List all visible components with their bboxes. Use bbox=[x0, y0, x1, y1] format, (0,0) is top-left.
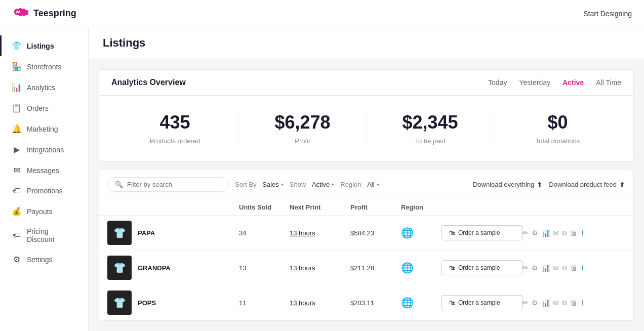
edit-icon-papa[interactable]: ✏ bbox=[522, 229, 529, 237]
tshirt-icon-papa: 👕 bbox=[113, 227, 126, 239]
listings-table-area: 🔍 Sort By Sales ▾ Show Active ▾ Region A… bbox=[99, 170, 634, 321]
region-globe-icon-papa[interactable]: 🌐 bbox=[401, 227, 441, 239]
product-name-grandpa: GRANDPA bbox=[138, 264, 171, 272]
row-actions-grandpa: ✏ ⚙ 📊 ✉ ⧉ 🗑 bbox=[522, 264, 583, 272]
show-label: Show bbox=[290, 181, 306, 188]
download-everything-label: Download everything bbox=[473, 181, 534, 188]
sidebar-item-label: Storefronts bbox=[27, 63, 61, 71]
order-sample-button-grandpa[interactable]: 🛍 Order a sample bbox=[441, 260, 522, 275]
col-header-actions bbox=[441, 203, 522, 211]
product-name-pops: POPS bbox=[138, 299, 156, 307]
col-header-extra bbox=[522, 203, 583, 211]
sidebar-item-analytics[interactable]: 📊 Analytics bbox=[0, 77, 88, 98]
settings-icon-grandpa[interactable]: ⚙ bbox=[532, 264, 538, 272]
copy-icon-papa[interactable]: ⧉ bbox=[562, 229, 567, 237]
storefronts-icon: 🏪 bbox=[12, 62, 22, 71]
stat-products-ordered: 435 Products ordered bbox=[111, 112, 239, 145]
order-sample-button-pops[interactable]: 🛍 Order a sample bbox=[441, 295, 522, 310]
status-dot-grandpa bbox=[582, 265, 583, 271]
stat-to-be-paid-label: To be paid bbox=[367, 137, 494, 145]
col-header-region: Region bbox=[401, 203, 441, 211]
tshirt-icon-pops: 👕 bbox=[113, 297, 126, 309]
sort-by-selector[interactable]: Sort By Sales ▾ bbox=[235, 181, 284, 188]
copy-icon-grandpa[interactable]: ⧉ bbox=[562, 264, 567, 272]
search-icon: 🔍 bbox=[115, 181, 123, 188]
next-print-papa[interactable]: 13 hours bbox=[290, 229, 350, 237]
sidebar-item-promotions[interactable]: 🏷 Promotions bbox=[0, 181, 88, 201]
email-icon-grandpa[interactable]: ✉ bbox=[553, 264, 559, 272]
show-chevron-icon: ▾ bbox=[332, 182, 334, 187]
delete-icon-pops[interactable]: 🗑 bbox=[570, 299, 577, 307]
region-globe-icon-grandpa[interactable]: 🌐 bbox=[401, 262, 441, 274]
sidebar-item-payouts[interactable]: 💰 Payouts bbox=[0, 201, 88, 222]
tab-all-time[interactable]: All Time bbox=[596, 78, 621, 87]
chart-icon-grandpa[interactable]: 📊 bbox=[541, 264, 550, 272]
sidebar-item-label: Pricing Discount bbox=[27, 227, 78, 243]
sidebar-item-messages[interactable]: ✉ Messages bbox=[0, 160, 88, 181]
order-icon-pops: 🛍 bbox=[449, 299, 455, 306]
next-print-grandpa[interactable]: 13 hours bbox=[290, 264, 350, 272]
settings-icon-pops[interactable]: ⚙ bbox=[532, 299, 538, 307]
chart-icon-pops[interactable]: 📊 bbox=[541, 299, 550, 307]
next-print-pops[interactable]: 13 hours bbox=[290, 299, 350, 307]
status-dot-papa bbox=[582, 230, 583, 236]
edit-icon-grandpa[interactable]: ✏ bbox=[522, 264, 529, 272]
units-sold-grandpa: 13 bbox=[239, 264, 290, 272]
tab-yesterday[interactable]: Yesterday bbox=[519, 78, 550, 87]
edit-icon-pops[interactable]: ✏ bbox=[522, 299, 529, 307]
analytics-stats: 435 Products ordered $6,278 Profit $2,34… bbox=[99, 96, 633, 161]
analytics-header: Analytics Overview Today Yesterday Activ… bbox=[99, 70, 633, 96]
sidebar-item-orders[interactable]: 📋 Orders bbox=[0, 98, 88, 118]
product-thumbnail-papa: 👕 bbox=[107, 221, 132, 245]
delete-icon-grandpa[interactable]: 🗑 bbox=[570, 264, 577, 272]
sidebar-item-integrations[interactable]: ▶ Integrations bbox=[0, 139, 88, 160]
row-actions-pops: ✏ ⚙ 📊 ✉ ⧉ 🗑 bbox=[522, 299, 583, 307]
main-content: Listings Analytics Overview Today Yester… bbox=[89, 27, 644, 331]
top-navigation: Teespring Start Designing bbox=[0, 0, 644, 27]
product-thumbnail-grandpa: 👕 bbox=[107, 256, 132, 280]
product-cell-papa: 👕 PAPA bbox=[107, 221, 239, 245]
tab-today[interactable]: Today bbox=[488, 78, 507, 87]
sort-by-label: Sort By bbox=[235, 181, 257, 188]
download-everything-button[interactable]: Download everything ⬆ bbox=[473, 181, 543, 189]
download-product-feed-icon: ⬆ bbox=[619, 181, 625, 189]
profit-papa: $584.23 bbox=[350, 229, 401, 237]
stat-profit-label: Profit bbox=[239, 137, 366, 145]
download-product-feed-button[interactable]: Download product feed ⬆ bbox=[549, 181, 625, 189]
sidebar-item-marketing[interactable]: 🔔 Marketing bbox=[0, 118, 88, 139]
sidebar-item-pricing-discount[interactable]: 🏷 Pricing Discount bbox=[0, 222, 88, 249]
email-icon-papa[interactable]: ✉ bbox=[553, 229, 559, 237]
order-icon-grandpa: 🛍 bbox=[449, 264, 455, 271]
logo-icon bbox=[12, 7, 30, 21]
settings-icon-papa[interactable]: ⚙ bbox=[532, 229, 538, 237]
order-sample-button-papa[interactable]: 🛍 Order a sample bbox=[441, 225, 522, 240]
profit-pops: $203.11 bbox=[350, 299, 401, 307]
messages-icon: ✉ bbox=[12, 166, 22, 175]
region-selector[interactable]: Region All ▾ bbox=[340, 181, 379, 188]
sort-by-value: Sales bbox=[262, 181, 279, 188]
copy-icon-pops[interactable]: ⧉ bbox=[562, 299, 567, 307]
region-globe-icon-pops[interactable]: 🌐 bbox=[401, 297, 441, 309]
tab-active[interactable]: Active bbox=[562, 78, 584, 87]
search-input[interactable] bbox=[127, 181, 221, 188]
show-selector[interactable]: Show Active ▾ bbox=[290, 181, 335, 188]
page-title: Listings bbox=[103, 36, 630, 50]
sidebar-item-listings[interactable]: 👕 Listings bbox=[0, 35, 88, 56]
search-box[interactable]: 🔍 bbox=[107, 177, 229, 192]
delete-icon-papa[interactable]: 🗑 bbox=[570, 229, 577, 237]
sidebar-item-storefronts[interactable]: 🏪 Storefronts bbox=[0, 56, 88, 77]
email-icon-pops[interactable]: ✉ bbox=[553, 299, 559, 307]
analytics-tabs: Today Yesterday Active All Time bbox=[488, 78, 621, 87]
chart-icon-papa[interactable]: 📊 bbox=[541, 229, 550, 237]
download-product-feed-label: Download product feed bbox=[549, 181, 617, 188]
region-chevron-icon: ▾ bbox=[377, 182, 379, 187]
status-dot-pops bbox=[582, 300, 583, 306]
stat-to-be-paid: $2,345 To be paid bbox=[367, 112, 494, 145]
analytics-card: Analytics Overview Today Yesterday Activ… bbox=[99, 69, 634, 161]
table-row: 👕 GRANDPA 13 13 hours $211.28 🌐 🛍 Order … bbox=[99, 251, 633, 285]
payouts-icon: 💰 bbox=[12, 206, 22, 216]
tshirt-icon-grandpa: 👕 bbox=[113, 262, 126, 274]
stat-profit: $6,278 Profit bbox=[239, 112, 367, 145]
sidebar-item-settings[interactable]: ⚙ Settings bbox=[0, 249, 88, 270]
start-designing-button[interactable]: Start Designing bbox=[583, 10, 632, 18]
